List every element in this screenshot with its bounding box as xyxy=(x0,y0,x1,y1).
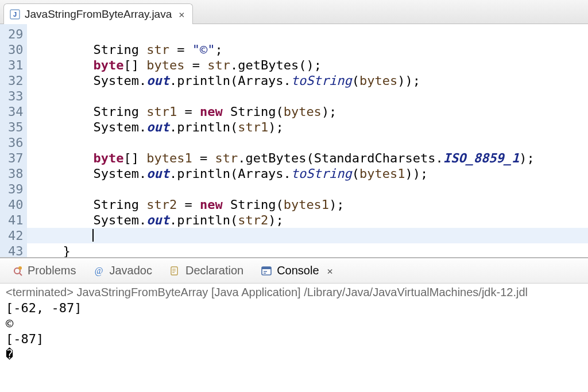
javadoc-icon: @ xyxy=(93,265,105,277)
code-line[interactable]: System.out.println(Arrays.toString(bytes… xyxy=(33,166,589,181)
code-line[interactable] xyxy=(33,135,589,150)
code-line[interactable]: byte[] bytes = str.getBytes(); xyxy=(33,57,589,73)
tab-declaration-label: Declaration xyxy=(185,264,243,277)
tab-javadoc-label: Javadoc xyxy=(109,264,152,277)
code-line[interactable] xyxy=(33,26,589,42)
tab-javadoc[interactable]: @ Javadoc xyxy=(90,262,156,280)
close-view-icon[interactable]: ✕ xyxy=(327,265,333,277)
editor-body: 29303132333435363738394041424344 String … xyxy=(0,24,588,257)
code-line[interactable]: System.out.println(Arrays.toString(bytes… xyxy=(33,73,589,88)
console-output[interactable]: [-62, -87] © [-87] � xyxy=(6,300,582,362)
close-tab-icon[interactable]: ✕ xyxy=(179,9,184,20)
console-body: <terminated> JavaStringFromByteArray [Ja… xyxy=(0,284,588,368)
java-file-icon: J xyxy=(10,9,20,20)
tab-console[interactable]: Console ✕ xyxy=(257,262,336,280)
editor-area: J JavaStringFromByteArray.java ✕ 2930313… xyxy=(0,0,588,258)
code-line[interactable]: } xyxy=(33,243,589,257)
tab-problems[interactable]: Problems xyxy=(8,262,79,280)
declaration-icon xyxy=(169,265,181,277)
code-line[interactable] xyxy=(33,181,589,197)
code-line[interactable] xyxy=(27,228,589,243)
line-number-gutter: 29303132333435363738394041424344 xyxy=(0,24,27,257)
svg-rect-11 xyxy=(262,267,271,269)
svg-line-3 xyxy=(20,273,22,275)
tab-declaration[interactable]: Declaration xyxy=(166,262,247,280)
code-line[interactable]: System.out.println(str1); xyxy=(33,119,589,135)
svg-point-4 xyxy=(18,266,22,270)
text-caret xyxy=(92,229,94,242)
code-line[interactable]: String str = "©"; xyxy=(33,42,589,57)
tab-console-label: Console xyxy=(277,264,319,277)
code-line[interactable]: byte[] bytes1 = str.getBytes(StandardCha… xyxy=(33,150,589,166)
editor-tab[interactable]: J JavaStringFromByteArray.java ✕ xyxy=(3,3,193,24)
svg-text:@: @ xyxy=(95,266,103,276)
editor-tab-label: JavaStringFromByteArray.java xyxy=(25,8,172,21)
panel-tabrow: Problems @ Javadoc Declaration xyxy=(0,258,588,284)
tab-problems-label: Problems xyxy=(28,264,76,277)
code-line[interactable] xyxy=(33,88,589,104)
code-line[interactable]: System.out.println(str2); xyxy=(33,212,589,228)
code-area[interactable]: String str = "©"; byte[] bytes = str.get… xyxy=(27,24,589,257)
console-process-label: <terminated> JavaStringFromByteArray [Ja… xyxy=(6,286,582,299)
code-line[interactable]: String str2 = new String(bytes1); xyxy=(33,197,589,212)
code-line[interactable]: String str1 = new String(bytes); xyxy=(33,104,589,119)
problems-icon xyxy=(11,265,23,277)
editor-tabrow: J JavaStringFromByteArray.java ✕ xyxy=(0,0,588,24)
svg-text:J: J xyxy=(13,11,17,18)
console-icon xyxy=(261,265,272,277)
bottom-panel: Problems @ Javadoc Declaration xyxy=(0,258,588,392)
